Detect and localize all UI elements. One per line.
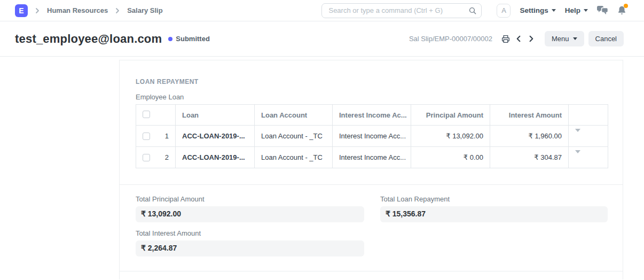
field-value: ₹ 13,092.00 <box>136 206 364 222</box>
page-body: LOAN REPAYMENT Employee Loan Loan Loan A… <box>0 60 644 280</box>
field-label: Total Interest Amount <box>136 229 364 237</box>
select-all-checkbox[interactable] <box>143 111 150 118</box>
table-row[interactable]: 2 ACC-LOAN-2019-... Loan Account - _TC I… <box>136 147 608 168</box>
section-divider <box>120 271 623 271</box>
employee-loan-table: Loan Loan Account Interest Income Ac... … <box>136 104 608 168</box>
cell-interest-amount[interactable]: ₹ 304.87 <box>490 147 569 168</box>
field-value: ₹ 15,356.87 <box>380 206 608 222</box>
select-all-cell <box>136 105 176 126</box>
user-avatar[interactable]: A <box>497 4 511 18</box>
row-menu-cell <box>569 147 608 168</box>
notifications-button[interactable] <box>617 5 626 15</box>
field-value: ₹ 2,264.87 <box>136 240 364 256</box>
col-interest-income-account: Interest Income Ac... <box>333 105 411 126</box>
printer-icon <box>501 34 511 44</box>
field-label: Total Loan Repayment <box>380 195 608 203</box>
row-checkbox[interactable] <box>143 154 150 161</box>
print-button[interactable] <box>499 34 513 44</box>
search-input[interactable] <box>321 3 482 18</box>
employee-loan-grid-label: Employee Loan <box>136 93 607 101</box>
search-icon[interactable] <box>468 6 477 17</box>
totals-section: Total Principal Amount ₹ 13,092.00 Total… <box>136 195 607 256</box>
document-id: Sal Slip/EMP-00007/00002 <box>409 35 492 43</box>
page-header: test_employee@loan.com Submitted Sal Sli… <box>0 21 644 57</box>
caret-down-icon <box>552 9 556 12</box>
col-interest-amount: Interest Amount <box>490 105 569 126</box>
cell-interest-income-account[interactable]: Interest Income Acc... <box>333 126 411 147</box>
cell-principal-amount[interactable]: ₹ 13,092.00 <box>411 126 490 147</box>
next-icon <box>527 35 535 43</box>
cell-loan[interactable]: ACC-LOAN-2019-... <box>176 126 255 147</box>
cell-interest-amount[interactable]: ₹ 1,960.00 <box>490 126 569 147</box>
settings-dropdown[interactable]: Settings <box>520 6 555 14</box>
breadcrumb-salary-slip[interactable]: Salary Slip <box>127 6 162 14</box>
section-title-loan-repayment: LOAN REPAYMENT <box>136 60 607 85</box>
navbar-actions: A Settings Help <box>497 4 626 18</box>
cell-principal-amount[interactable]: ₹ 0.00 <box>411 147 490 168</box>
row-menu-cell <box>569 126 608 147</box>
row-menu-caret-icon[interactable] <box>575 129 580 140</box>
field-total-principal-amount: Total Principal Amount ₹ 13,092.00 <box>136 195 364 222</box>
table-header-row: Loan Loan Account Interest Income Ac... … <box>136 105 608 126</box>
cell-interest-income-account[interactable]: Interest Income Acc... <box>333 147 411 168</box>
help-label: Help <box>565 6 580 14</box>
status-label: Submitted <box>176 35 210 43</box>
chat-button[interactable] <box>597 6 608 15</box>
avatar-letter: A <box>501 6 506 14</box>
col-principal-amount: Principal Amount <box>411 105 490 126</box>
table-row[interactable]: 1 ACC-LOAN-2019-... Loan Account - _TC I… <box>136 126 608 147</box>
col-loan: Loan <box>176 105 255 126</box>
row-menu-caret-icon[interactable] <box>575 150 580 161</box>
menu-button[interactable]: Menu <box>545 31 584 46</box>
status-dot <box>168 37 172 41</box>
form-card: LOAN REPAYMENT Employee Loan Loan Loan A… <box>119 60 623 279</box>
page-header-actions: Sal Slip/EMP-00007/00002 Menu Cancel <box>409 31 624 46</box>
cancel-button-label: Cancel <box>595 35 617 43</box>
field-total-loan-repayment: Total Loan Repayment ₹ 15,356.87 <box>380 195 608 222</box>
caret-down-icon <box>573 37 577 40</box>
prev-record-button[interactable] <box>513 35 525 43</box>
field-label: Total Principal Amount <box>136 195 364 203</box>
row-index: 2 <box>165 153 169 161</box>
col-row-actions <box>569 105 608 126</box>
menu-button-label: Menu <box>552 35 569 43</box>
navbar: E Human Resources Salary Slip A Settings… <box>0 0 644 21</box>
app-logo-letter: E <box>19 6 23 15</box>
status-badge: Submitted <box>168 35 210 43</box>
chevron-right-icon <box>33 6 42 15</box>
row-checkbox[interactable] <box>143 133 150 140</box>
section-divider <box>120 184 623 185</box>
page-title: test_employee@loan.com <box>15 32 162 46</box>
row-select-cell: 2 <box>136 147 176 168</box>
cancel-button[interactable]: Cancel <box>588 31 624 46</box>
row-select-cell: 1 <box>136 126 176 147</box>
cell-loan[interactable]: ACC-LOAN-2019-... <box>176 147 255 168</box>
chat-icon <box>597 6 608 15</box>
col-loan-account: Loan Account <box>255 105 333 126</box>
global-search <box>321 3 482 18</box>
chevron-right-icon <box>113 6 122 15</box>
row-index: 1 <box>165 132 169 140</box>
help-dropdown[interactable]: Help <box>565 6 588 14</box>
settings-label: Settings <box>520 6 548 14</box>
cell-loan-account[interactable]: Loan Account - _TC <box>255 126 333 147</box>
prev-icon <box>515 35 523 43</box>
app-logo[interactable]: E <box>15 4 28 17</box>
notification-dot <box>624 4 628 8</box>
field-total-interest-amount: Total Interest Amount ₹ 2,264.87 <box>136 229 364 256</box>
next-record-button[interactable] <box>525 35 537 43</box>
breadcrumb-human-resources[interactable]: Human Resources <box>47 6 108 14</box>
caret-down-icon <box>584 9 588 12</box>
cell-loan-account[interactable]: Loan Account - _TC <box>255 147 333 168</box>
